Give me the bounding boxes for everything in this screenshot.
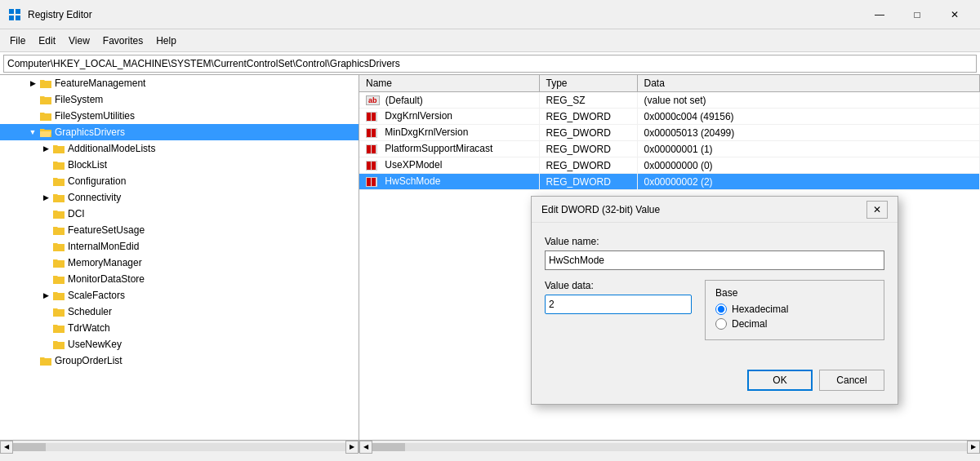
cancel-button[interactable]: Cancel (819, 370, 884, 391)
modal-overlay: Edit DWORD (32-bit) Value ✕ Value name: … (0, 0, 980, 461)
dialog-title: Edit DWORD (32-bit) Value (541, 204, 866, 215)
value-name-label: Value name: (545, 236, 884, 247)
base-group: Base Hexadecimal Decimal (705, 280, 884, 340)
decimal-radio[interactable] (715, 318, 727, 330)
hexadecimal-radio[interactable] (715, 304, 727, 315)
base-label: Base (715, 287, 874, 299)
dialog-title-bar: Edit DWORD (32-bit) Value ✕ (532, 197, 898, 223)
decimal-label: Decimal (732, 318, 767, 330)
value-data-label: Value data: (545, 280, 692, 291)
value-name-input[interactable] (545, 250, 884, 270)
value-data-input[interactable] (545, 295, 692, 314)
hexadecimal-label: Hexadecimal (732, 304, 788, 315)
hexadecimal-option[interactable]: Hexadecimal (715, 304, 874, 315)
dialog-buttons: OK Cancel (532, 363, 898, 404)
dialog-close-button[interactable]: ✕ (866, 201, 888, 219)
value-data-section: Value data: (545, 280, 692, 340)
edit-dword-dialog: Edit DWORD (32-bit) Value ✕ Value name: … (531, 196, 898, 405)
value-data-row: Value data: Base Hexadecimal Decimal (545, 280, 884, 340)
decimal-option[interactable]: Decimal (715, 318, 874, 330)
ok-button[interactable]: OK (747, 370, 813, 391)
dialog-body: Value name: Value data: Base Hexadecimal… (532, 223, 898, 363)
